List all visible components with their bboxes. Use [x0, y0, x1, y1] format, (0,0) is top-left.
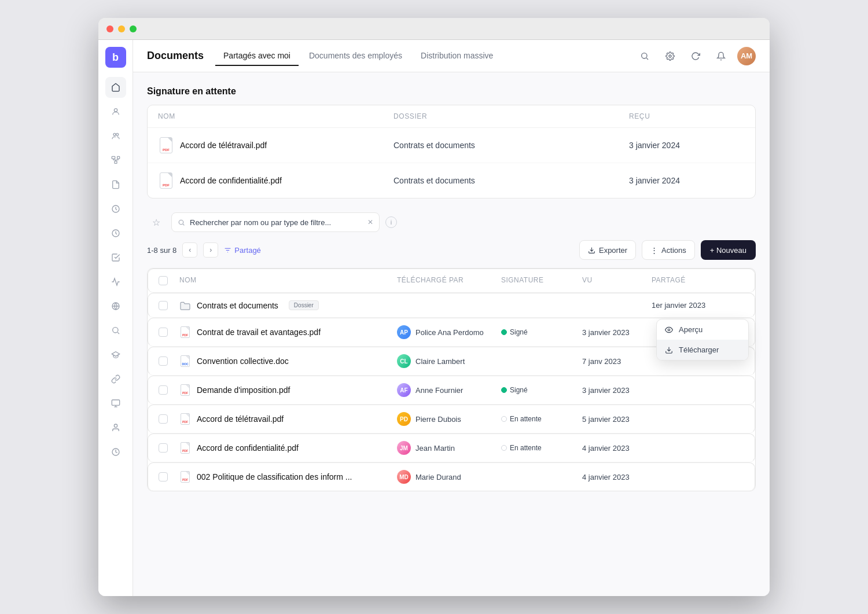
row-checkbox-0[interactable] — [159, 301, 168, 310]
uploader-name-5: Jean Martin — [415, 444, 455, 453]
search-box-icon — [178, 219, 185, 226]
close-dot[interactable] — [106, 25, 113, 32]
sidebar-item-chart[interactable] — [105, 271, 126, 292]
pdf-icon-row-4: PDF — [179, 413, 191, 425]
row-name-1: PDF Contrat de travail et avantages.pdf — [179, 326, 397, 339]
row-checkbox-5[interactable] — [159, 443, 168, 453]
avatar-3: AF — [397, 383, 411, 397]
row-signature-3: Signé — [501, 386, 582, 394]
folder-tag-0: Dossier — [289, 300, 319, 310]
table-row[interactable]: PDF Accord de confidentialité.pdf JM Jea… — [148, 433, 755, 462]
pending-date-1: 3 janvier 2024 — [629, 176, 745, 185]
svg-line-17 — [646, 58, 648, 60]
row-checkbox-6[interactable] — [159, 472, 168, 481]
tab-distribution[interactable]: Distribution massive — [413, 46, 501, 66]
minimize-dot[interactable] — [118, 25, 125, 32]
settings-icon[interactable] — [661, 47, 679, 65]
sort-button[interactable]: Partagé — [224, 246, 261, 255]
tab-partages[interactable]: Partagés avec moi — [215, 46, 299, 66]
pending-signature-table: Nom Dossier Reçu PDF Accor — [147, 105, 756, 198]
sidebar-item-monitor[interactable] — [105, 393, 126, 414]
actions-button[interactable]: ⋮ Actions — [642, 240, 695, 260]
search-clear-button[interactable]: ✕ — [367, 218, 373, 226]
svg-point-19 — [179, 220, 183, 225]
file-name-6: 002 Politique de classification des info… — [197, 472, 352, 481]
sig-label-4: En attente — [510, 415, 542, 423]
tab-employes[interactable]: Documents des employés — [301, 46, 410, 66]
row-checkbox-3[interactable] — [159, 385, 168, 395]
pending-table-header: Nom Dossier Reçu — [148, 105, 755, 128]
row-vu-4: 5 janvier 2023 — [582, 415, 652, 424]
col-checkbox — [159, 276, 179, 285]
table-row[interactable]: PDF Demande d'imposition.pdf AF Anne Fou… — [148, 376, 755, 405]
row-checkbox-4[interactable] — [159, 414, 168, 424]
sidebar-item-grad[interactable] — [105, 344, 126, 365]
main-table-header: Nom Téléchargé par Signature Vu Partagé — [148, 269, 755, 293]
table-row[interactable]: PDF Accord de télétravail.pdf PD Pierre … — [148, 405, 755, 433]
sidebar-item-check[interactable] — [105, 247, 126, 268]
pdf-icon-inner-1: PDF — [160, 172, 172, 189]
notification-icon[interactable] — [712, 47, 730, 65]
user-avatar[interactable]: AM — [737, 47, 756, 65]
sidebar-item-person[interactable] — [105, 417, 126, 438]
doc-icon-row-2: DOC — [179, 355, 191, 367]
app-logo: b — [105, 47, 126, 68]
sidebar-item-clock2[interactable] — [105, 223, 126, 244]
svg-line-20 — [183, 224, 184, 225]
pending-row-0[interactable]: PDF Accord de télétravail.pdf Contrats e… — [148, 128, 755, 163]
sig-label-1: Signé — [510, 328, 528, 336]
col-shared: Partagé — [652, 276, 744, 285]
row-vu-3: 3 janvier 2023 — [582, 386, 652, 395]
sidebar-item-globe[interactable] — [105, 296, 126, 317]
favorite-button[interactable]: ☆ — [147, 213, 165, 231]
info-icon[interactable]: i — [385, 216, 397, 228]
app-layout: b — [98, 40, 770, 596]
sidebar-item-time[interactable] — [105, 442, 126, 462]
pdf-corner-1 — [168, 173, 172, 177]
pending-file-name-1: PDF Accord de confidentialité.pdf — [158, 171, 393, 190]
export-button[interactable]: Exporter — [579, 240, 636, 260]
row-vu-6: 4 janvier 2023 — [582, 473, 652, 481]
sidebar: b — [98, 40, 133, 596]
sidebar-item-search[interactable] — [105, 320, 126, 341]
dropdown-apercu[interactable]: Aperçu — [657, 319, 748, 340]
sidebar-item-group[interactable] — [105, 126, 126, 146]
pending-row-1[interactable]: PDF Accord de confidentialité.pdf Contra… — [148, 163, 755, 198]
row-signature-1: Signé — [501, 328, 582, 336]
sidebar-item-link[interactable] — [105, 369, 126, 389]
maximize-dot[interactable] — [130, 25, 137, 32]
col-uploaded: Téléchargé par — [397, 276, 501, 285]
search-icon[interactable] — [635, 47, 654, 65]
row-checkbox-1[interactable] — [159, 328, 168, 337]
row-checkbox-2[interactable] — [159, 356, 168, 366]
list-actions: Exporter ⋮ Actions + Nouveau — [579, 240, 756, 260]
content-area: Signature en attente Nom Dossier Reçu P — [133, 72, 770, 596]
apercu-label: Aperçu — [679, 325, 703, 334]
uploader-name-4: Pierre Dubois — [415, 415, 461, 424]
new-label: + Nouveau — [710, 246, 746, 255]
svg-point-22 — [668, 329, 670, 331]
table-row[interactable]: PDF 002 Politique de classification des … — [148, 462, 755, 491]
topbar: Documents Partagés avec moi Documents de… — [133, 40, 770, 72]
refresh-icon[interactable] — [686, 47, 705, 65]
select-all-checkbox[interactable] — [159, 276, 168, 285]
new-button[interactable]: + Nouveau — [701, 240, 756, 260]
row-uploader-6: MD Marie Durand — [397, 470, 501, 484]
table-row[interactable]: Contrats et documents Dossier 1er janvie… — [148, 293, 755, 318]
dropdown-telecharger[interactable]: Télécharger — [657, 340, 748, 360]
pdf-icon-1: PDF — [158, 171, 174, 190]
sidebar-item-files[interactable] — [105, 174, 126, 195]
sidebar-item-clock[interactable] — [105, 198, 126, 219]
file-name-4: Accord de télétravail.pdf — [197, 414, 284, 424]
sig-label-3: Signé — [510, 386, 528, 394]
search-input[interactable] — [190, 218, 363, 227]
sidebar-item-org[interactable] — [105, 150, 126, 171]
pending-section-title: Signature en attente — [147, 86, 756, 97]
next-page-button[interactable]: › — [203, 242, 218, 258]
pending-date-0: 3 janvier 2024 — [629, 141, 745, 150]
sidebar-item-user[interactable] — [105, 101, 126, 122]
svg-rect-11 — [112, 400, 119, 405]
sidebar-item-home[interactable] — [105, 77, 126, 98]
prev-page-button[interactable]: ‹ — [182, 242, 197, 258]
pending-dossier-0: Contrats et documents — [393, 141, 629, 150]
